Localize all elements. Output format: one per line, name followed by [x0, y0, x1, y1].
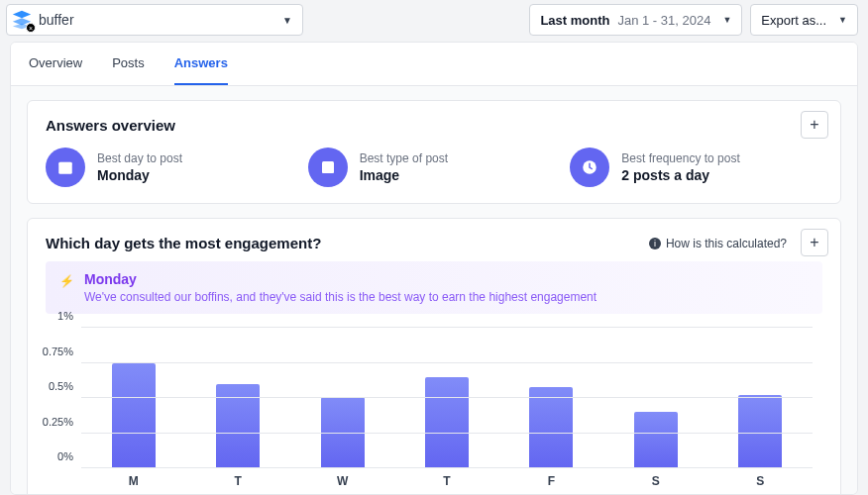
x-tick-label: W [319, 474, 367, 488]
grid-line [81, 327, 813, 328]
bar[interactable] [632, 412, 680, 468]
tab-bar: Overview Posts Answers [11, 43, 857, 86]
y-tick-label: 0% [57, 450, 73, 462]
info-icon: i [649, 238, 661, 249]
bar[interactable] [110, 363, 158, 469]
engagement-card: + Which day gets the most engagement? i … [27, 218, 841, 494]
add-button[interactable]: + [801, 229, 828, 256]
app-selector[interactable]: buffer ▼ [6, 4, 303, 36]
top-bar: buffer ▼ Last month Jan 1 - 31, 2024 ▼ E… [0, 0, 868, 40]
tab-answers[interactable]: Answers [174, 43, 228, 85]
engagement-bar-chart: MTWTFSS 0%0.25%0.5%0.75%1% [81, 328, 813, 486]
export-label: Export as... [761, 13, 826, 28]
y-tick-label: 0.5% [49, 380, 73, 392]
y-tick-label: 0.25% [43, 416, 73, 428]
card-title: Answers overview [46, 117, 822, 134]
grid-line [81, 433, 813, 434]
metric-best-type: Best type of post Image [308, 148, 561, 187]
bars-container [81, 328, 813, 468]
how-calculated-link[interactable]: i How is this calculated? [649, 237, 787, 250]
highlight-subtitle: We've consulted our boffins, and they've… [84, 290, 597, 304]
y-tick-label: 1% [57, 310, 73, 322]
svg-rect-1 [58, 162, 72, 165]
metric-label: Best type of post [360, 151, 448, 165]
highlight-day: Monday [84, 271, 597, 287]
grid-line [81, 362, 813, 363]
metric-value: 2 posts a day [621, 167, 739, 183]
app-selector-name: buffer [39, 12, 74, 28]
date-range-selector[interactable]: Last month Jan 1 - 31, 2024 ▼ [529, 4, 742, 36]
grid-line [81, 397, 813, 398]
x-axis-labels: MTWTFSS [81, 474, 813, 488]
y-tick-label: 0.75% [43, 346, 73, 357]
x-tick-label: F [527, 474, 575, 488]
x-tick-label: S [736, 474, 784, 488]
how-calculated-label: How is this calculated? [666, 237, 787, 250]
x-tick-label: T [214, 474, 262, 488]
export-button[interactable]: Export as... ▼ [750, 4, 858, 36]
x-tick-label: S [632, 474, 680, 488]
metric-best-frequency: Best frequency to post 2 posts a day [570, 148, 822, 187]
highlight-banner: ⚡ Monday We've consulted our boffins, an… [46, 261, 822, 314]
add-button[interactable]: + [801, 111, 828, 139]
bolt-icon: ⚡ [59, 274, 74, 288]
grid-line [81, 467, 813, 468]
calendar-icon [46, 148, 85, 187]
metric-label: Best day to post [97, 151, 182, 165]
card-title: Which day gets the most engagement? [46, 235, 321, 251]
buffer-logo-icon [11, 9, 33, 31]
caret-down-icon: ▼ [722, 15, 731, 25]
x-tick-label: T [423, 474, 471, 488]
caret-down-icon: ▼ [838, 15, 847, 25]
tab-overview[interactable]: Overview [29, 43, 82, 85]
image-icon [308, 148, 348, 187]
tab-posts[interactable]: Posts [112, 43, 145, 85]
bar[interactable] [527, 387, 575, 468]
scroll-area[interactable]: Overview Posts Answers + Answers overvie… [11, 43, 857, 494]
caret-down-icon: ▼ [282, 15, 292, 26]
x-tick-label: M [110, 474, 158, 488]
metric-value: Monday [97, 167, 182, 183]
bar[interactable] [423, 377, 471, 468]
metric-best-day: Best day to post Monday [46, 148, 298, 187]
metric-value: Image [360, 167, 448, 183]
date-range-value: Jan 1 - 31, 2024 [617, 13, 710, 28]
date-range-label: Last month [540, 13, 609, 28]
clock-icon [570, 148, 609, 187]
main-panel: Overview Posts Answers + Answers overvie… [10, 42, 858, 495]
metric-label: Best frequency to post [621, 151, 739, 165]
answers-overview-card: + Answers overview Best day to post Mond… [27, 100, 841, 204]
